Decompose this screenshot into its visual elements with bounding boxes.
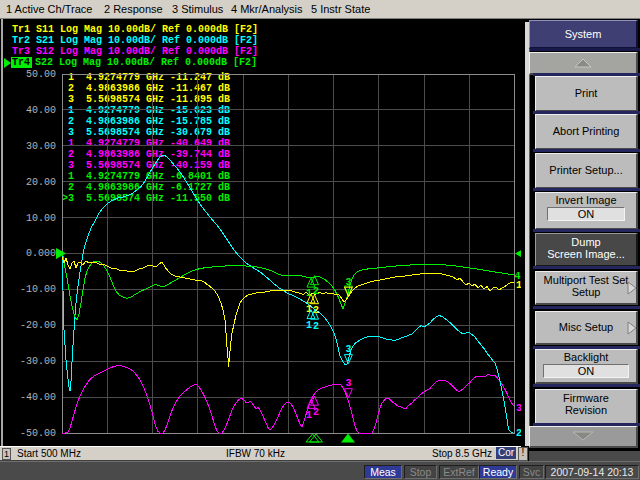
svg-text:1: 1 [306, 320, 312, 331]
svg-text:3: 3 [345, 344, 351, 355]
svg-text:3: 3 [345, 378, 351, 389]
svg-text:4: 4 [515, 271, 521, 282]
svg-text:2: 2 [313, 407, 319, 418]
svg-text:1: 1 [306, 410, 312, 421]
svg-text:3: 3 [345, 277, 351, 288]
svg-text:2: 2 [313, 321, 319, 332]
